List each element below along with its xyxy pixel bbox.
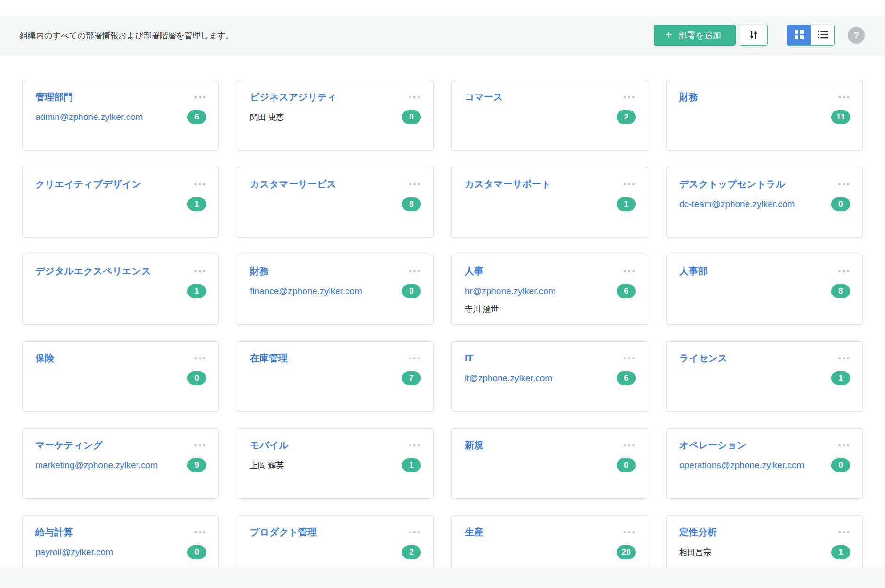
department-card[interactable]: クリエイティブデザイン 1 [22, 167, 219, 238]
department-card[interactable]: 新規 0 [451, 428, 648, 499]
member-count-badge[interactable]: 0 [402, 110, 421, 124]
department-card[interactable]: プロダクト管理 2 [237, 515, 434, 568]
card-menu-button[interactable] [193, 95, 206, 99]
department-name-link[interactable]: 管理部門 [35, 91, 73, 103]
member-count-badge[interactable]: 2 [402, 545, 421, 559]
card-menu-button[interactable] [193, 269, 206, 273]
member-count-badge[interactable]: 8 [831, 284, 850, 298]
department-card[interactable]: ビジネスアジリティ 関田 史恵 0 関田 史恵 [237, 80, 434, 151]
department-name-link[interactable]: 財務 [250, 265, 269, 277]
department-name-link[interactable]: クリエイティブデザイン [35, 178, 141, 190]
card-menu-button[interactable] [623, 95, 636, 99]
department-card[interactable]: デスクトップセントラル dc-team@zphone.zylker.com 0 [666, 167, 863, 238]
department-card[interactable]: デジタルエクスペリエンス 1 [22, 254, 219, 325]
card-menu-button[interactable] [623, 269, 636, 273]
department-card[interactable]: マーケティング marketing@zphone.zylker.com 9 [22, 428, 219, 499]
card-menu-button[interactable] [193, 443, 206, 447]
department-name-link[interactable]: ビジネスアジリティ [250, 91, 337, 103]
member-count-badge[interactable]: 20 [617, 545, 636, 559]
department-card[interactable]: 財務 finance@zphone.zylker.com 0 [237, 254, 434, 325]
grid-view-button[interactable] [787, 25, 811, 45]
department-name-link[interactable]: デジタルエクスペリエンス [35, 265, 151, 277]
member-count-badge[interactable]: 8 [402, 197, 421, 211]
card-menu-button[interactable] [193, 530, 206, 534]
department-name-link[interactable]: ライセンス [679, 352, 727, 364]
department-card[interactable]: オペレーション operations@zphone.zylker.com 0 [666, 428, 863, 499]
department-email[interactable]: admin@zphone.zylker.com [35, 112, 143, 122]
department-name-link[interactable]: プロダクト管理 [250, 526, 317, 538]
department-name-link[interactable]: コマース [465, 91, 503, 103]
department-name-link[interactable]: 新規 [465, 439, 483, 451]
card-menu-button[interactable] [837, 443, 850, 447]
card-menu-button[interactable] [623, 182, 636, 186]
member-count-badge[interactable]: 0 [831, 197, 850, 211]
card-menu-button[interactable] [837, 269, 850, 273]
department-card[interactable]: 管理部門 admin@zphone.zylker.com 6 [22, 80, 219, 151]
department-name-link[interactable]: 定性分析 [679, 526, 717, 538]
card-menu-button[interactable] [408, 182, 421, 186]
card-menu-button[interactable] [408, 95, 421, 99]
member-count-badge[interactable]: 0 [187, 371, 206, 385]
add-department-button[interactable]: + 部署を追加 [654, 25, 736, 46]
member-count-badge[interactable]: 1 [187, 284, 206, 298]
card-menu-button[interactable] [408, 269, 421, 273]
member-count-badge[interactable]: 1 [187, 197, 206, 211]
department-email[interactable]: finance@zphone.zylker.com [250, 286, 362, 296]
card-menu-button[interactable] [408, 530, 421, 534]
card-menu-button[interactable] [837, 182, 850, 186]
department-name-link[interactable]: オペレーション [679, 439, 747, 451]
department-name-link[interactable]: カスタマーサービス [250, 178, 336, 190]
card-menu-button[interactable] [408, 443, 421, 447]
department-email[interactable]: hr@zphone.zylker.com [465, 286, 556, 296]
department-card[interactable]: カスタマーサポート 1 [451, 167, 648, 238]
card-menu-button[interactable] [623, 530, 636, 534]
department-card[interactable]: IT it@zphone.zylker.com 6 [451, 341, 648, 412]
member-count-badge[interactable]: 1 [831, 371, 850, 385]
department-name-link[interactable]: 在庫管理 [250, 352, 288, 364]
department-card[interactable]: 給与計算 payroll@zylker.com 0 [22, 515, 219, 568]
department-name-link[interactable]: デスクトップセントラル [679, 178, 785, 190]
card-menu-button[interactable] [837, 356, 850, 360]
card-menu-button[interactable] [408, 356, 421, 360]
member-count-badge[interactable]: 11 [831, 110, 850, 124]
member-count-badge[interactable]: 0 [617, 458, 636, 472]
sort-button[interactable] [740, 25, 768, 46]
department-email[interactable]: dc-team@zphone.zylker.com [679, 199, 795, 209]
card-menu-button[interactable] [623, 356, 636, 360]
department-name-link[interactable]: IT [465, 352, 473, 364]
department-email[interactable]: it@zphone.zylker.com [465, 373, 552, 383]
department-card[interactable]: ライセンス 1 [666, 341, 863, 412]
department-card[interactable]: コマース 2 [451, 80, 648, 151]
member-count-badge[interactable]: 0 [831, 458, 850, 472]
department-name-link[interactable]: 人事部 [679, 265, 708, 277]
member-count-badge[interactable]: 0 [187, 545, 206, 559]
list-view-button[interactable] [811, 25, 834, 45]
card-menu-button[interactable] [193, 182, 206, 186]
department-name-link[interactable]: 人事 [465, 265, 483, 277]
card-menu-button[interactable] [837, 530, 850, 534]
department-email[interactable]: payroll@zylker.com [35, 547, 113, 557]
department-name-link[interactable]: カスタマーサポート [465, 178, 551, 190]
department-card[interactable]: カスタマーサービス 8 [237, 167, 434, 238]
department-card[interactable]: 在庫管理 7 [237, 341, 434, 412]
member-count-badge[interactable]: 7 [402, 371, 421, 385]
department-name-link[interactable]: 生産 [465, 526, 483, 538]
member-count-badge[interactable]: 6 [187, 110, 206, 124]
card-menu-button[interactable] [623, 443, 636, 447]
member-count-badge[interactable]: 1 [402, 458, 421, 472]
card-menu-button[interactable] [193, 356, 206, 360]
card-menu-button[interactable] [837, 95, 850, 99]
member-count-badge[interactable]: 6 [617, 371, 636, 385]
member-count-badge[interactable]: 1 [617, 197, 636, 211]
member-count-badge[interactable]: 0 [402, 284, 421, 298]
department-name-link[interactable]: 給与計算 [35, 526, 73, 538]
department-email[interactable]: operations@zphone.zylker.com [679, 460, 804, 470]
department-card[interactable]: モバイル 上岡 輝英 1 上岡 輝英 [237, 428, 434, 499]
department-name-link[interactable]: 財務 [679, 91, 698, 103]
department-name-link[interactable]: マーケティング [35, 439, 103, 451]
department-card[interactable]: 人事 hr@zphone.zylker.com 寺川 澄世 6 寺川 澄世 [451, 254, 648, 325]
department-name-link[interactable]: 保険 [35, 352, 54, 364]
help-button[interactable]: ? [848, 27, 865, 44]
department-name-link[interactable]: モバイル [250, 439, 289, 451]
member-count-badge[interactable]: 2 [617, 110, 636, 124]
